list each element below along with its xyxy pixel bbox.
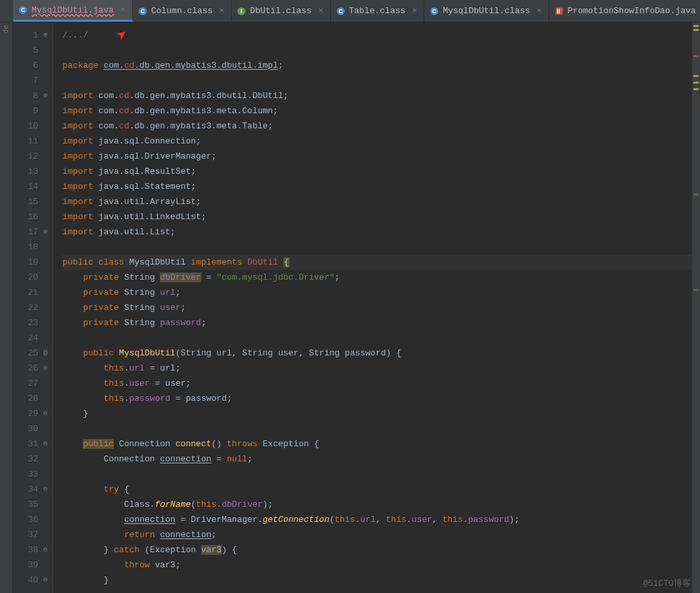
file-icon: C [430,7,439,16]
code-line-16[interactable]: import java.util.LinkedList; [63,209,700,224]
code-line-18[interactable] [63,240,700,255]
code-line-8[interactable]: import com.cd.db.gen.mybatis3.dbutil.DbU… [63,88,700,103]
code-line-19[interactable]: public class MysqlDbUtil implements DbUt… [63,255,700,270]
code-line-37[interactable]: return connection; [63,527,700,542]
code-line-20[interactable]: private String dbDriver = "com.mysql.jdb… [63,270,700,285]
file-icon: C [18,5,28,14]
file-icon: I [237,7,246,16]
code-line-9[interactable]: import com.cd.db.gen.mybatis3.meta.Colum… [63,103,700,118]
tab-1[interactable]: CColumn.class× [133,0,232,22]
code-line-5[interactable] [63,43,700,58]
code-line-34[interactable]: try { [63,482,700,497]
tab-0[interactable]: CMysqlDbUtil.java× [13,0,133,22]
tab-label: Column.class [151,6,213,16]
code-line-36[interactable]: connection = DriverManager.getConnection… [63,512,700,527]
gutter: 1⊕5678⊕91011121314151617⊕181920212223242… [13,22,53,593]
code-line-12[interactable]: import java.sql.DriverManager; [63,149,700,164]
code-line-33[interactable] [63,467,700,482]
svg-text:C: C [21,7,26,13]
file-icon: C [138,7,147,16]
code-line-32[interactable]: Connection connection = null; [63,451,700,467]
code-area[interactable]: /.../ package com.cd.db.gen.mybatis3.dbu… [53,22,700,593]
code-line-22[interactable]: private String user; [63,300,700,315]
close-icon[interactable]: × [412,6,417,16]
code-line-7[interactable] [63,73,700,88]
tab-label: DbUtil.class [250,6,312,16]
code-line-40[interactable]: } [63,573,700,588]
code-line-10[interactable]: import com.cd.db.gen.mybatis3.meta.Table… [63,118,700,134]
svg-text:C: C [140,8,145,14]
code-line-23[interactable]: private String password; [63,315,700,330]
close-icon[interactable]: × [318,6,324,16]
code-line-21[interactable]: private String url; [63,285,700,300]
close-icon[interactable]: × [219,6,224,16]
code-line-35[interactable]: Class.forName(this.dbDriver); [63,497,700,512]
code-line-13[interactable]: import java.sql.ResultSet; [63,164,700,179]
code-line-25[interactable]: public MysqlDbUtil(String url, String us… [63,346,700,361]
tab-label: MysqlDbUtil.class [443,6,530,16]
svg-text:C: C [338,8,343,14]
side-label: de [2,25,10,34]
tab-2[interactable]: IDbUtil.class× [232,0,330,22]
tab-4[interactable]: CMysqlDbUtil.class× [424,0,549,22]
code-line-29[interactable]: } [63,406,700,421]
svg-text:C: C [432,8,437,14]
close-icon[interactable]: × [537,6,542,16]
close-icon[interactable]: × [120,5,126,15]
code-line-38[interactable]: } catch (Exception var3) { [63,542,700,557]
code-line-39[interactable]: throw var3; [63,557,700,573]
code-line-17[interactable]: import java.util.List; [63,224,700,240]
code-line-11[interactable]: import java.sql.Connection; [63,134,700,149]
code-line-15[interactable]: import java.util.ArrayList; [63,194,700,209]
tab-label: MysqlDbUtil.java [32,5,114,15]
code-line-28[interactable]: this.password = password; [63,391,700,406]
svg-text:I: I [241,8,242,14]
file-icon: C [336,7,345,16]
code-line-31[interactable]: public Connection connect() throws Excep… [63,436,700,451]
file-icon [555,7,564,16]
tab-bar: CMysqlDbUtil.java×CColumn.class×IDbUtil.… [0,0,700,22]
code-line-14[interactable]: import java.sql.Statement; [63,179,700,194]
tab-3[interactable]: CTable.class× [331,0,425,22]
side-strip: de [0,22,13,593]
code-line-6[interactable]: package com.cd.db.gen.mybatis3.dbutil.im… [63,58,700,73]
tab-label: PromotionShowInfoDao.java [568,6,696,16]
code-line-26[interactable]: this.url = url; [63,361,700,376]
code-line-27[interactable]: this.user = user; [63,376,700,391]
editor-body: de 1⊕5678⊕91011121314151617⊕181920212223… [0,22,700,593]
code-line-1[interactable]: /.../ [63,28,700,43]
code-line-30[interactable] [63,421,700,436]
code-line-24[interactable] [63,330,700,346]
tab-label: Table.class [349,6,406,16]
scroll-markers [692,22,700,593]
tab-5[interactable]: PromotionShowInfoDao.java× [549,0,700,22]
watermark: @51CTO博客 [643,577,691,589]
